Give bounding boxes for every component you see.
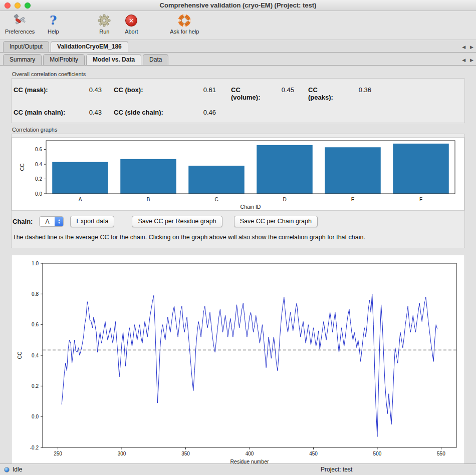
overall-cc-box: CC (mask): 0.43 CC (box): 0.61 CC (volum… [11,78,465,123]
bar-chain-C[interactable] [188,166,245,194]
bar-chain-F[interactable] [393,144,449,194]
svg-text:0.8: 0.8 [32,291,39,297]
tab-model-vs-data[interactable]: Model vs. Data [86,54,141,65]
svg-text:0.0: 0.0 [32,414,39,419]
svg-text:CC: CC [17,351,23,359]
save-cc-per-residue-button[interactable]: Save CC per Residue graph [132,216,222,227]
bar-chain-D[interactable] [257,145,313,194]
ask-for-help-label: Ask for help [170,29,199,35]
lifebuoy-icon [176,13,193,28]
cc-side-chain-label: CC (side chain): [102,109,169,116]
svg-text:350: 350 [181,451,190,456]
bar-chain-B[interactable] [120,159,176,194]
abort-icon: ✕ [123,13,140,28]
close-button[interactable] [5,3,11,9]
cc-per-chain-chart[interactable]: 0.00.20.40.6ABCDEFChain IDCC [12,137,464,211]
svg-text:0.2: 0.2 [32,383,39,389]
status-orb-icon [4,467,10,472]
cc-values-grid: CC (mask): 0.43 CC (box): 0.61 CC (volum… [12,79,464,123]
bar-chain-A[interactable] [52,162,108,194]
tab-validationcryoem-186[interactable]: ValidationCryoEM_186 [51,41,128,52]
svg-text:500: 500 [373,451,382,456]
cc-side-chain-value: 0.46 [169,109,216,116]
overall-cc-section-label: Overall correlation coefficients [12,71,465,77]
chain-select-label: Chain: [13,218,33,225]
line-chart-svg: -0.20.00.20.40.60.81.0250300350400450500… [12,255,464,467]
svg-text:0.2: 0.2 [35,176,42,182]
secondary-tab-bar: Summary MolProbity Model vs. Data Data ◀… [0,53,476,66]
tab-scroll-right-icon[interactable]: ▶ [470,45,473,50]
abort-button[interactable]: ✕ Abort [121,13,142,35]
traffic-lights [5,3,31,9]
svg-text:1.0: 1.0 [32,261,39,266]
toolbar: Preferences ? Help [0,11,476,40]
svg-text:0.6: 0.6 [35,147,42,152]
secondary-tab-scroll: ◀ ▶ [462,58,473,63]
chain-select-value: A [40,217,55,226]
tab-scroll-left-icon[interactable]: ◀ [462,45,465,50]
svg-text:0.0: 0.0 [35,191,42,197]
tab-scroll-right-icon[interactable]: ▶ [470,58,473,63]
svg-text:D: D [283,197,286,202]
cc-volume-value: 0.45 [268,86,294,101]
cc-mask-value: 0.43 [78,86,102,101]
cc-main-chain-value: 0.43 [78,109,102,116]
svg-text:-0.2: -0.2 [30,445,39,450]
primary-tab-bar: Input/Output ValidationCryoEM_186 ◀ ▶ [0,40,476,53]
minimize-button[interactable] [15,3,21,9]
chevron-up-down-icon: ▲▼ [55,217,63,226]
svg-text:0.4: 0.4 [35,162,42,167]
cc-box-label: CC (box): [102,86,169,101]
svg-text:E: E [351,197,355,202]
svg-text:F: F [419,197,422,202]
bar-chain-E[interactable] [325,147,381,194]
window-title: Comprehensive validation (cryo-EM) (Proj… [0,2,476,9]
app-window: Comprehensive validation (cryo-EM) (Proj… [0,0,476,475]
preferences-label: Preferences [5,29,35,35]
cc-peaks-label: CC (peaks): [294,86,342,101]
cc-per-residue-chart: -0.20.00.20.40.60.81.0250300350400450500… [11,255,465,467]
correlation-graphs-box: 0.00.20.40.6ABCDEFChain IDCC Chain: A ▲▼… [11,134,465,248]
run-label: Run [99,29,109,35]
help-label: Help [48,29,59,35]
cc-mask-label: CC (mask): [14,86,78,101]
cc-volume-label: CC (volume): [216,86,268,101]
export-data-button[interactable]: Export data [70,216,114,227]
help-icon: ? [45,13,62,28]
svg-text:A: A [79,197,82,202]
correlation-graphs-section-label: Correlation graphs [12,127,465,133]
svg-text:450: 450 [309,451,318,456]
preferences-icon [12,13,29,28]
cc-per-residue-line [62,294,437,436]
svg-text:250: 250 [54,451,62,456]
preferences-button[interactable]: Preferences [5,13,35,35]
cc-main-chain-label: CC (main chain): [14,109,78,116]
cc-peaks-value: 0.36 [342,86,371,101]
run-button[interactable]: Run [96,13,113,35]
svg-text:C: C [214,197,218,202]
help-button[interactable]: ? Help [43,13,64,35]
tab-summary[interactable]: Summary [3,54,42,65]
primary-tab-scroll: ◀ ▶ [462,45,473,50]
tab-data[interactable]: Data [143,54,168,65]
svg-text:400: 400 [246,451,254,456]
main-content: Overall correlation coefficients CC (mas… [0,66,476,467]
status-bar: Idle Project: test [0,463,476,475]
dashed-line-help-text: The dashed line is the average CC for th… [12,227,464,243]
svg-text:300: 300 [118,451,126,456]
zoom-button[interactable] [25,3,31,9]
ask-for-help-button[interactable]: Ask for help [170,13,199,35]
save-cc-per-chain-button[interactable]: Save CC per Chain graph [234,216,318,227]
svg-text:B: B [147,197,150,202]
svg-text:0.6: 0.6 [32,322,39,327]
tab-molprobity[interactable]: MolProbity [43,54,85,65]
tab-scroll-left-icon[interactable]: ◀ [462,58,465,63]
project-label: Project: test [321,466,352,473]
chart-controls: Chain: A ▲▼ Export data Save CC per Resi… [12,211,464,227]
tab-input-output[interactable]: Input/Output [3,41,49,52]
chain-select[interactable]: A ▲▼ [39,216,64,227]
cc-box-value: 0.61 [169,86,216,101]
svg-text:Chain ID: Chain ID [241,204,261,210]
bar-chart-svg: 0.00.20.40.6ABCDEFChain IDCC [12,138,465,210]
svg-text:0.4: 0.4 [32,353,39,358]
